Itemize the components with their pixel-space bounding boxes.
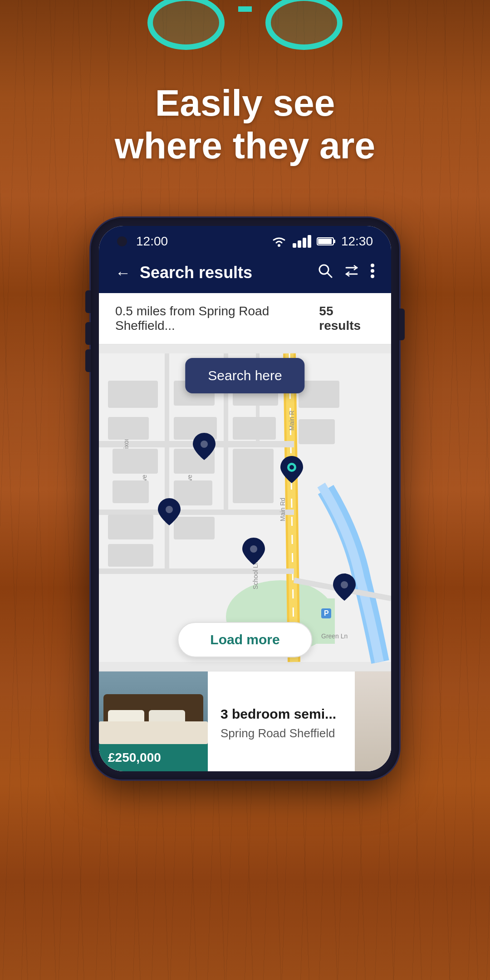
property-price: £250,000 — [99, 744, 208, 771]
battery-icon — [317, 236, 336, 246]
map-pin-4[interactable] — [333, 573, 356, 603]
phone-mockup: 12:00 — [91, 218, 399, 779]
property-street: Spring Road Sheffield — [220, 726, 342, 740]
svg-rect-31 — [113, 480, 149, 503]
svg-rect-43 — [299, 419, 335, 444]
status-right: 12:30 — [271, 234, 373, 249]
bedroom-image — [99, 671, 208, 749]
header-icons — [318, 263, 375, 282]
svg-point-8 — [371, 264, 374, 267]
map-pin-3[interactable] — [242, 538, 265, 567]
search-info-bar: 0.5 miles from Spring Road Sheffield... … — [99, 293, 391, 344]
map-pin-1[interactable] — [193, 433, 216, 462]
svg-text:P: P — [324, 609, 329, 617]
property-info: 3 bedroom semi... Spring Road Sheffield — [208, 671, 355, 771]
phone-screen: 12:00 — [99, 226, 391, 771]
headline-line1: Easily see — [27, 82, 463, 124]
svg-rect-29 — [108, 417, 149, 440]
mattress — [99, 721, 208, 744]
svg-rect-41 — [233, 449, 274, 503]
svg-rect-32 — [108, 514, 153, 539]
svg-rect-30 — [113, 449, 158, 474]
more-options-icon[interactable] — [370, 263, 375, 282]
map-pin-selected[interactable] — [280, 456, 303, 485]
search-icon[interactable] — [318, 263, 333, 282]
map-container[interactable]: Dixon Dr Don Ave Don Ave School Ln Main … — [99, 344, 391, 671]
map-pin-2[interactable] — [158, 498, 181, 527]
svg-rect-3 — [333, 240, 335, 243]
camera-dot — [117, 236, 127, 246]
app-header: ← Search results — [99, 254, 391, 293]
svg-point-50 — [166, 506, 173, 513]
headline: Easily see where they are — [0, 82, 490, 167]
signal-icon — [293, 235, 311, 248]
svg-point-9 — [371, 269, 374, 273]
property-image: £250,000 — [99, 671, 208, 771]
svg-rect-28 — [108, 381, 158, 408]
svg-point-10 — [371, 274, 374, 278]
svg-point-0 — [278, 244, 280, 247]
phone-outer: 12:00 — [91, 218, 399, 779]
search-here-button[interactable]: Search here — [185, 358, 304, 393]
wifi-icon — [271, 235, 287, 247]
glasses-right-lens — [265, 0, 343, 50]
svg-rect-2 — [318, 239, 332, 244]
status-bar: 12:00 — [99, 226, 391, 254]
status-time-left: 12:00 — [136, 234, 168, 249]
svg-point-52 — [341, 581, 348, 588]
property-listing[interactable]: £250,000 3 bedroom semi... Spring Road S… — [99, 671, 391, 771]
back-button[interactable]: ← — [115, 264, 131, 282]
search-location: 0.5 miles from Spring Road Sheffield... — [115, 304, 319, 333]
svg-point-49 — [201, 441, 208, 448]
svg-rect-33 — [108, 544, 153, 567]
status-left: 12:00 — [117, 234, 168, 249]
load-more-button[interactable]: Load more — [177, 622, 312, 657]
svg-rect-40 — [233, 417, 276, 440]
kitchen-image — [355, 671, 391, 771]
next-property-image — [355, 671, 391, 771]
svg-text:Green Ln: Green Ln — [321, 632, 348, 640]
results-count: 55 results — [319, 304, 375, 333]
svg-text:Main Rd: Main Rd — [279, 498, 286, 521]
property-type: 3 bedroom semi... — [220, 706, 342, 722]
headline-line2: where they are — [27, 124, 463, 167]
sort-icon[interactable] — [344, 263, 359, 282]
glasses-decoration — [132, 0, 358, 64]
svg-point-51 — [250, 545, 257, 553]
page-title: Search results — [140, 263, 309, 282]
status-time-right: 12:30 — [341, 234, 373, 249]
glasses-left-lens — [147, 0, 225, 50]
svg-rect-42 — [299, 381, 339, 408]
svg-text:Main R: Main R — [288, 411, 295, 431]
glasses-bridge — [238, 6, 252, 12]
svg-line-5 — [327, 273, 332, 277]
svg-point-48 — [289, 465, 294, 470]
